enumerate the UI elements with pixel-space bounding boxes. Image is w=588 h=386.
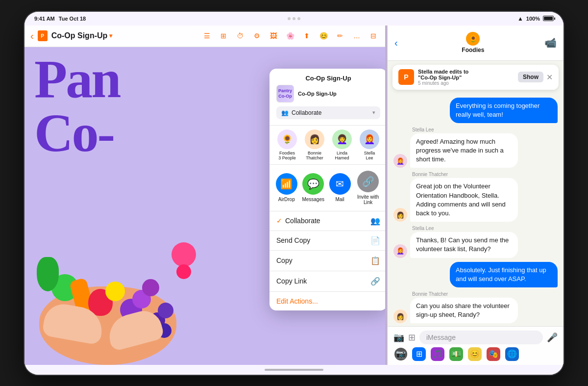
main-content: ‹ P Co-Op Sign-Up ▾ ☰ ⊞ ⏱ ⚙ [24,26,564,365]
invite-link-button[interactable]: 🔗 Invite with Link [355,171,381,205]
copy-link-item[interactable]: Copy Link 🔗 [270,271,385,292]
list-view-icon[interactable]: ☰ [201,30,213,42]
status-bar: 9:41 AM Tue Oct 18 ▲ 100% [24,12,564,26]
ipad-frame: 9:41 AM Tue Oct 18 ▲ 100% [24,12,564,375]
left-panel: ‹ P Co-Op Sign-Up ▾ ☰ ⊞ ⏱ ⚙ [24,26,385,365]
bonnie-chat-avatar: 👩 [393,208,407,222]
apps-input-icon[interactable]: ⊞ [408,332,416,343]
airdrop-button[interactable]: 📶 AirDrop [276,173,297,202]
messages-button[interactable]: 💬 Messages [302,173,324,202]
collaborate-menu-item[interactable]: ✓ Collaborate 👥 [270,211,385,231]
back-button[interactable]: ‹ [30,30,34,42]
person-foodies[interactable]: 🌻 Foodies3 People [277,129,297,160]
notification-subtitle: 5 minutes ago [418,80,514,86]
messages-back-button[interactable]: ‹ [394,37,402,49]
emoji-icon[interactable]: 😊 [318,30,329,42]
person-bonnie[interactable]: 👩 BonnieThatcher [305,129,324,160]
notification-close-button[interactable]: ✕ [546,72,553,82]
messages-header-center: 🌻 Foodies [402,32,544,53]
stella-chat-avatar2: 👩‍🦰 [393,244,407,258]
send-copy-label: Send Copy [276,236,310,244]
document-title: Co-Op Sign-Up [51,31,108,40]
bonnie-avatar: 👩 [305,129,324,149]
send-copy-menu-item[interactable]: Send Copy 📄 [270,231,385,251]
image-icon[interactable]: 🖼 [268,30,279,42]
messages-header: ‹ 🌻 Foodies 📹 [388,26,564,61]
more-icon[interactable]: … [351,30,363,42]
message-row: Everything is coming together really wel… [393,98,558,123]
stella-name: StellaLee [364,151,375,160]
foodies-name: Foodies3 People [278,151,296,160]
invite-label: Invite with Link [355,194,381,205]
notification-text: Stella made edits to"Co-Op Sign-Up" 5 mi… [418,69,514,86]
flower-icon[interactable]: 🌸 [284,30,296,42]
foodies-avatar: 🌻 [277,129,297,149]
outgoing-message: Everything is coming together really wel… [450,98,558,123]
link-icon: 🔗 [370,277,380,286]
people-menu-icon: 👥 [370,216,380,226]
input-row: 📷 ⊞ iMessage 🎤 [393,331,558,344]
chevron-down-icon: ▾ [372,109,375,116]
incoming-message: Agreed! Amazing how much progress we've … [410,133,518,168]
message-input[interactable]: iMessage [419,331,543,344]
popup-header: Co-Op Sign-Up PantryCo-Op Co-Op Sign-Up [270,69,385,126]
collaborate-selector-label: Collaborate [292,109,321,116]
world-icon[interactable]: 🌐 [505,347,519,361]
battery-icon [543,16,554,21]
people-icon: 👥 [281,109,289,116]
mail-label: Mail [335,197,344,202]
message-group-bonnie2: Bonnie Thatcher 👩 Can you also share the… [393,291,558,323]
person-stella[interactable]: 👩‍🦰 StellaLee [360,129,379,160]
edit-actions-label: Edit Actions... [276,297,318,305]
status-date: Tue Oct 18 [59,16,86,22]
clock-icon[interactable]: ⏱ [234,30,246,42]
appstore-icon[interactable]: ⊞ [412,347,426,361]
popup-title: Co-Op Sign-Up [276,75,380,82]
person-linda[interactable]: 👩‍🦱 LindaHamed [332,129,352,160]
table-icon[interactable]: ⊞ [218,30,229,42]
stella-chat-avatar: 👩‍🦰 [393,154,407,168]
linda-name: LindaHamed [335,151,349,160]
edit-actions-item[interactable]: Edit Actions... [270,292,385,310]
collapse-icon[interactable]: ⊟ [368,30,379,42]
pen-icon[interactable]: ✏ [334,30,346,42]
chat-area: Everything is coming together really wel… [388,94,564,326]
message-row: 👩‍🦰 Agreed! Amazing how much progress we… [393,133,558,168]
airdrop-icon: 📶 [276,173,297,195]
notification-banner: P Stella made edits to"Co-Op Sign-Up" 5 … [392,65,559,90]
incoming-message: Thanks, B! Can you send me the volunteer… [410,232,518,257]
group-avatar-icon: 🌻 [466,32,480,46]
share-icon[interactable]: ⬆ [301,30,313,42]
settings-icon[interactable]: ⚙ [251,30,263,42]
collaborate-label: Collaborate [285,217,320,225]
camera-app-icon[interactable]: 📷 [394,348,407,360]
sender-name: Stella Lee [412,127,558,132]
collaborate-selector[interactable]: 👥 Collaborate ▾ [276,106,380,119]
music-app-icon[interactable]: 🎵 [431,347,444,361]
doc-icon-label: P [41,33,44,39]
outgoing-message: Absolutely. Just finishing that up and w… [450,262,558,287]
message-row: 👩 Can you also share the volunteer sign-… [393,298,558,323]
mail-button[interactable]: ✉ Mail [329,173,351,202]
camera-input-icon[interactable]: 📷 [393,332,404,343]
show-button[interactable]: Show [518,72,543,82]
wifi-icon: ▲ [517,15,523,22]
cash-app-icon[interactable]: 💵 [449,347,463,361]
popup-doc-row: PantryCo-Op Co-Op Sign-Up [276,85,380,103]
invite-icon: 🔗 [357,171,379,192]
popup-thumbnail: PantryCo-Op [276,85,294,103]
video-call-button[interactable]: 📹 [544,37,557,49]
title-dropdown-arrow[interactable]: ▾ [109,32,112,39]
mic-input-icon[interactable]: 🎤 [547,332,558,343]
input-apps-row: 📷 ⊞ 🎵 💵 😊 🎭 🌐 [393,347,558,361]
mail-icon: ✉ [329,173,351,195]
copy-icon: 📋 [370,256,380,265]
stickers-icon[interactable]: 🎭 [487,347,500,361]
airdrop-label: AirDrop [278,197,295,202]
copy-item[interactable]: Copy 📋 [270,251,385,271]
memoji-icon[interactable]: 😊 [468,347,482,361]
message-row-out: Absolutely. Just finishing that up and w… [393,262,558,287]
popup-doc-name: Co-Op Sign-Up [298,91,337,97]
messages-panel: ‹ 🌻 Foodies 📹 P Stella made e [387,26,564,365]
group-avatar: 🌻 [466,32,480,46]
